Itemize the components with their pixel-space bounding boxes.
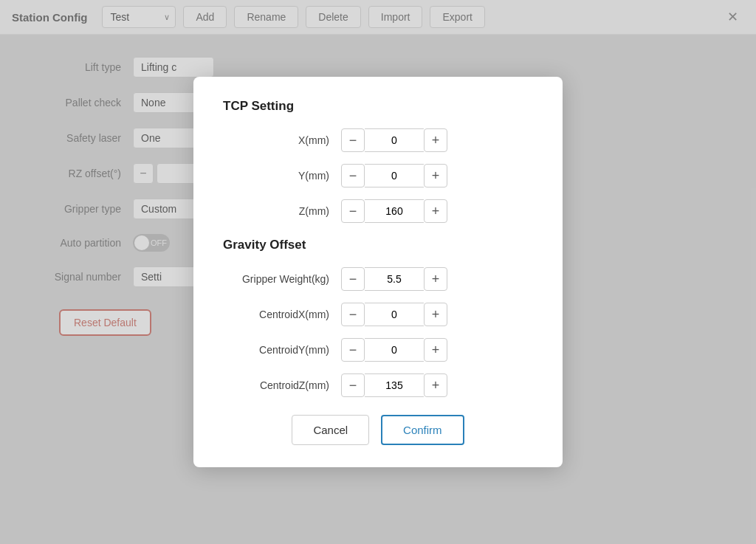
centroid-y-label: CentroidY(mm) bbox=[223, 344, 341, 356]
centroid-y-input[interactable] bbox=[365, 338, 424, 362]
centroid-x-row: CentroidX(mm) − + bbox=[223, 303, 533, 326]
x-row: X(mm) − + bbox=[223, 128, 533, 152]
confirm-button[interactable]: Confirm bbox=[381, 415, 464, 445]
gripper-weight-input[interactable] bbox=[365, 267, 424, 291]
centroid-y-minus-btn[interactable]: − bbox=[341, 338, 365, 362]
centroid-x-input[interactable] bbox=[365, 303, 424, 326]
centroid-x-minus-btn[interactable]: − bbox=[341, 303, 365, 326]
x-label: X(mm) bbox=[223, 134, 341, 146]
modal-overlay: TCP Setting X(mm) − + Y(mm) − + Z(mm) − … bbox=[0, 0, 756, 544]
gripper-weight-label: Gripper Weight(kg) bbox=[223, 273, 341, 285]
y-stepper: − + bbox=[341, 164, 447, 187]
z-label: Z(mm) bbox=[223, 205, 341, 217]
tcp-setting-modal: TCP Setting X(mm) − + Y(mm) − + Z(mm) − … bbox=[193, 77, 563, 467]
x-input[interactable] bbox=[365, 128, 424, 152]
z-row: Z(mm) − + bbox=[223, 199, 533, 223]
centroid-y-plus-btn[interactable]: + bbox=[424, 338, 447, 362]
tcp-setting-title: TCP Setting bbox=[223, 99, 533, 114]
z-minus-btn[interactable]: − bbox=[341, 199, 365, 223]
gripper-weight-plus-btn[interactable]: + bbox=[424, 267, 447, 291]
cancel-button[interactable]: Cancel bbox=[292, 415, 369, 445]
y-row: Y(mm) − + bbox=[223, 164, 533, 187]
gripper-weight-stepper: − + bbox=[341, 267, 447, 291]
gripper-weight-row: Gripper Weight(kg) − + bbox=[223, 267, 533, 291]
centroid-y-stepper: − + bbox=[341, 338, 447, 362]
y-minus-btn[interactable]: − bbox=[341, 164, 365, 187]
centroid-x-label: CentroidX(mm) bbox=[223, 309, 341, 320]
z-stepper: − + bbox=[341, 199, 447, 223]
gravity-offset-title: Gravity Offset bbox=[223, 238, 533, 252]
y-label: Y(mm) bbox=[223, 170, 341, 182]
centroid-x-stepper: − + bbox=[341, 303, 447, 326]
gripper-weight-minus-btn[interactable]: − bbox=[341, 267, 365, 291]
centroid-x-plus-btn[interactable]: + bbox=[424, 303, 447, 326]
centroid-y-row: CentroidY(mm) − + bbox=[223, 338, 533, 362]
y-plus-btn[interactable]: + bbox=[424, 164, 447, 187]
x-plus-btn[interactable]: + bbox=[424, 128, 447, 152]
centroid-z-stepper: − + bbox=[341, 373, 447, 397]
x-stepper: − + bbox=[341, 128, 447, 152]
y-input[interactable] bbox=[365, 164, 424, 187]
z-input[interactable] bbox=[365, 199, 424, 223]
centroid-z-input[interactable] bbox=[365, 373, 424, 397]
centroid-z-row: CentroidZ(mm) − + bbox=[223, 373, 533, 397]
centroid-z-plus-btn[interactable]: + bbox=[424, 373, 447, 397]
centroid-z-label: CentroidZ(mm) bbox=[223, 379, 341, 391]
modal-footer: Cancel Confirm bbox=[223, 415, 533, 445]
z-plus-btn[interactable]: + bbox=[424, 199, 447, 223]
x-minus-btn[interactable]: − bbox=[341, 128, 365, 152]
centroid-z-minus-btn[interactable]: − bbox=[341, 373, 365, 397]
